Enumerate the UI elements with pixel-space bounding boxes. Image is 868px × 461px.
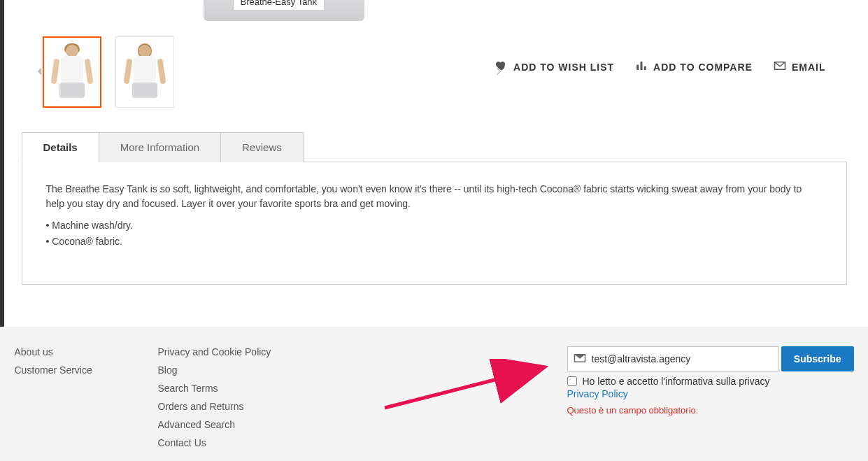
svg-rect-0: [636, 65, 639, 71]
footer-col-1: About us Customer Service: [15, 346, 158, 455]
subscribe-button[interactable]: Subscribe: [781, 346, 854, 371]
product-main-image-area: Breathe-Easy Tank: [22, 0, 847, 28]
product-bullet-2: • Cocona® fabric.: [46, 234, 823, 249]
thumbnail-front[interactable]: [43, 36, 101, 108]
compare-icon: [635, 59, 648, 74]
thumbnail-back[interactable]: [115, 36, 174, 108]
product-title-tooltip: Breathe-Easy Tank: [233, 0, 325, 10]
page-footer: About us Customer Service Privacy and Co…: [0, 327, 868, 461]
compare-label: ADD TO COMPARE: [653, 62, 753, 73]
add-to-compare-link[interactable]: ADD TO COMPARE: [635, 59, 753, 74]
newsletter-input-wrap: [567, 346, 778, 371]
footer-link-blog[interactable]: Blog: [158, 364, 301, 376]
add-to-wishlist-link[interactable]: ADD TO WISH LIST: [495, 59, 614, 74]
mail-icon: [574, 352, 592, 367]
product-tabs: Details More Information Reviews: [22, 132, 847, 162]
product-description: The Breathe Easy Tank is so soft, lightw…: [46, 182, 823, 211]
tab-more-information[interactable]: More Information: [99, 132, 221, 162]
svg-rect-2: [644, 66, 646, 70]
newsletter-email-input[interactable]: [592, 348, 772, 370]
privacy-policy-link[interactable]: Privacy Policy: [567, 388, 628, 399]
email-icon: [774, 59, 786, 74]
consent-label: Ho letto e accetto l'informativa sulla p…: [583, 376, 770, 387]
footer-col-2: Privacy and Cookie Policy Blog Search Te…: [158, 346, 301, 455]
footer-link-advanced-search[interactable]: Advanced Search: [158, 419, 301, 430]
svg-rect-1: [641, 62, 643, 70]
footer-link-contact[interactable]: Contact Us: [158, 437, 301, 448]
wishlist-label: ADD TO WISH LIST: [513, 62, 614, 73]
tab-details[interactable]: Details: [22, 132, 99, 162]
newsletter-block: Subscribe Ho letto e accetto l'informati…: [567, 346, 854, 455]
gallery-prev-arrow[interactable]: [31, 63, 48, 80]
email-link[interactable]: EMAIL: [774, 59, 826, 74]
footer-link-customer-service[interactable]: Customer Service: [15, 364, 158, 376]
product-bullet-1: • Machine wash/dry.: [46, 218, 823, 233]
footer-link-search-terms[interactable]: Search Terms: [158, 383, 301, 394]
heart-icon: [495, 59, 508, 74]
tab-reviews[interactable]: Reviews: [220, 132, 304, 162]
tab-content-details: The Breathe Easy Tank is so soft, lightw…: [22, 162, 847, 285]
consent-checkbox[interactable]: [567, 376, 577, 386]
footer-link-about[interactable]: About us: [15, 346, 158, 357]
email-label: EMAIL: [792, 62, 826, 73]
footer-link-orders-returns[interactable]: Orders and Returns: [158, 401, 301, 412]
footer-link-privacy-cookie[interactable]: Privacy and Cookie Policy: [158, 346, 301, 357]
required-field-error: Questo è un campo obbligatorio.: [567, 405, 854, 416]
